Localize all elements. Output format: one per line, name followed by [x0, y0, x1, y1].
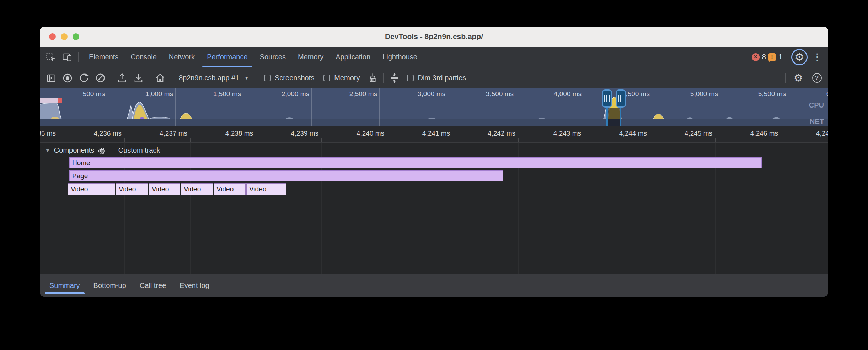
track-bar-video[interactable]: Video: [214, 183, 246, 195]
selection-right-handle[interactable]: [616, 89, 626, 108]
tab-elements[interactable]: Elements: [83, 47, 124, 67]
close-window-button[interactable]: [49, 33, 56, 40]
bottom-tab-bottom-up[interactable]: Bottom-up: [87, 274, 133, 297]
window-title: DevTools - 8p2n9n.csb.app/: [385, 32, 483, 41]
toggle-sidebar-icon[interactable]: [43, 70, 59, 86]
ruler-tick-mark: [124, 138, 125, 142]
custom-track-header[interactable]: ▼ Components — Custom track: [45, 146, 160, 154]
reload-record-icon[interactable]: [76, 70, 92, 86]
upload-profile-icon[interactable]: [114, 70, 130, 86]
ruler-tick-mark: [518, 138, 519, 142]
overview-tick-label: 6,000 ms: [797, 90, 828, 98]
overview-gridline: [379, 88, 380, 126]
overview-gridline: [448, 88, 448, 126]
track-bar-home[interactable]: Home: [69, 157, 762, 168]
ruler-tick-label: 4,238 ms: [196, 130, 253, 137]
overview-gridline: [175, 88, 176, 126]
screenshots-checkbox[interactable]: Screenshots: [260, 74, 318, 82]
selection-left-handle[interactable]: [602, 89, 612, 108]
ruler-tick-mark: [584, 138, 584, 142]
flamechart-area[interactable]: ▼ Components — Custom track HomePageVide…: [40, 143, 828, 274]
overview-tick-label: 1,500 ms: [184, 90, 241, 98]
tab-application[interactable]: Application: [329, 47, 376, 67]
checkbox-box: [264, 75, 271, 81]
ruler-tick-label: 4,242 ms: [459, 130, 515, 137]
selection-region: [607, 108, 621, 126]
ruler-tick-label: 4,244 ms: [590, 130, 647, 137]
overview-tick-label: 1,000 ms: [116, 90, 173, 98]
bottom-tab-summary[interactable]: Summary: [43, 274, 87, 297]
ruler-tick-label: 4,245 ms: [655, 130, 712, 137]
error-badge[interactable]: × 8: [752, 53, 766, 61]
selection-left-edge[interactable]: [606, 105, 608, 126]
dim-3rd-parties-label: Dim 3rd parties: [418, 74, 466, 82]
tab-performance[interactable]: Performance: [201, 47, 254, 67]
error-count: 8: [762, 53, 766, 61]
clear-icon[interactable]: [92, 70, 108, 86]
selection-right-edge[interactable]: [620, 105, 621, 126]
track-bar-page[interactable]: Page: [69, 170, 503, 181]
tab-sources[interactable]: Sources: [254, 47, 292, 67]
overview-tick-label: 3,500 ms: [457, 90, 514, 98]
overview-tick-label: 5,500 ms: [729, 90, 786, 98]
net-label: NET: [810, 117, 824, 126]
ruler-tick-label: 4,243 ms: [524, 130, 581, 137]
track-bar-video[interactable]: Video: [116, 183, 148, 195]
issue-icon: !: [768, 53, 776, 61]
ruler-tick-mark: [190, 138, 191, 142]
tab-memory[interactable]: Memory: [292, 47, 329, 67]
memory-checkbox[interactable]: Memory: [319, 74, 364, 82]
inspect-element-icon[interactable]: [43, 50, 58, 65]
overview-network-bar: [40, 98, 62, 103]
more-options-icon[interactable]: ⋮: [810, 51, 825, 62]
track-bar-video[interactable]: Video: [181, 183, 213, 195]
overview-gridline: [788, 88, 788, 126]
ruler-tick-mark: [321, 138, 322, 142]
tab-lighthouse[interactable]: Lighthouse: [376, 47, 423, 67]
capture-settings-gear-icon[interactable]: ⚙: [791, 70, 806, 86]
minimize-window-button[interactable]: [61, 33, 68, 40]
home-icon[interactable]: [152, 70, 168, 86]
track-bar-video[interactable]: Video: [68, 183, 115, 195]
dim-3rd-parties-checkbox[interactable]: Dim 3rd parties: [403, 74, 470, 82]
screen: DevTools - 8p2n9n.csb.app/: [0, 0, 868, 350]
tab-network[interactable]: Network: [163, 47, 201, 67]
shortcuts-dialog-icon[interactable]: [386, 70, 402, 86]
device-toolbar-icon[interactable]: [60, 50, 75, 65]
zoom-window-button[interactable]: [73, 33, 79, 40]
track-bar-video[interactable]: Video: [246, 183, 286, 195]
ruler-tick-label: 4,240 ms: [327, 130, 384, 137]
bottom-tab-call-tree[interactable]: Call tree: [133, 274, 173, 297]
overview-tick-label: 4,000 ms: [525, 90, 582, 98]
issues-badge[interactable]: ! 1: [768, 53, 782, 61]
custom-track-subtitle: — Custom track: [109, 146, 160, 154]
collapse-triangle-icon[interactable]: ▼: [45, 147, 50, 154]
download-profile-icon[interactable]: [130, 70, 146, 86]
cpu-label: CPU: [809, 101, 824, 109]
tab-console[interactable]: Console: [124, 47, 162, 67]
timeline-overview[interactable]: 500 ms1,000 ms1,500 ms2,000 ms2,500 ms3,…: [40, 88, 828, 126]
help-icon[interactable]: ?: [809, 70, 825, 86]
overview-gridline: [107, 88, 107, 126]
ruler-tick-label: 35 ms: [40, 130, 56, 137]
ruler-tick-label: 4,246 ms: [721, 130, 778, 137]
titlebar: DevTools - 8p2n9n.csb.app/: [40, 27, 828, 47]
ruler-tick-label: 4,239 ms: [262, 130, 318, 137]
target-selector[interactable]: 8p2n9n.csb.app #1 ▼: [174, 74, 254, 82]
record-icon[interactable]: [60, 70, 75, 86]
detail-time-ruler[interactable]: 35 ms4,236 ms4,237 ms4,238 ms4,239 ms4,2…: [40, 126, 828, 143]
settings-gear-icon[interactable]: ⚙: [795, 52, 804, 62]
overview-tick-label: 5,000 ms: [661, 90, 718, 98]
bottom-tab-event-log[interactable]: Event log: [173, 274, 216, 297]
track-bar-video[interactable]: Video: [149, 183, 180, 195]
ruler-tick-label: 4,241 ms: [393, 130, 450, 137]
chevron-down-icon: ▼: [244, 75, 249, 81]
atom-icon: [98, 147, 106, 155]
track-gridline: [59, 143, 59, 274]
overview-tick-label: 500 ms: [48, 90, 105, 98]
bottom-tab-strip: SummaryBottom-upCall treeEvent log: [40, 274, 828, 297]
collect-garbage-icon[interactable]: [365, 70, 380, 86]
overview-gridline: [516, 88, 516, 126]
overview-tick-label: 2,000 ms: [252, 90, 309, 98]
ruler-tick-label: 4,236 ms: [65, 130, 122, 137]
